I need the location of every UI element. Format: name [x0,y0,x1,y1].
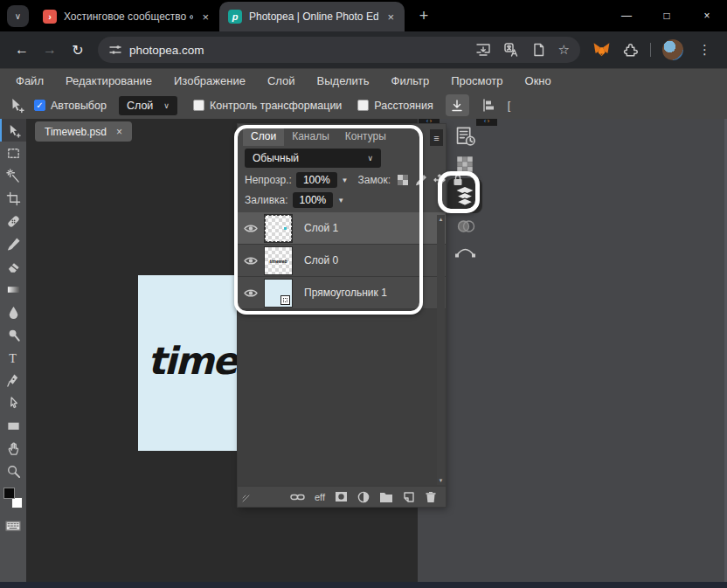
download-button[interactable] [446,94,469,116]
delete-layer-trash-icon[interactable] [425,491,437,503]
tab-search-button[interactable]: ∨ [7,5,29,27]
menu-layer[interactable]: Слой [267,74,295,87]
lock-all-icon[interactable] [452,174,464,186]
tool-pen[interactable] [0,369,26,391]
tab-channels[interactable]: Каналы [284,127,337,146]
paths-panel-button[interactable] [454,243,476,264]
tool-brush[interactable] [0,232,26,255]
menu-edit[interactable]: Редактирование [66,74,152,87]
keyboard-shortcuts-button[interactable] [5,519,21,535]
tab-paths[interactable]: Контуры [337,127,394,146]
fill-value[interactable]: 100% [293,192,334,208]
tool-magic-wand[interactable] [0,164,26,187]
layer-name[interactable]: Прямоугольник 1 [304,287,387,299]
layer-row-sloy1[interactable]: Слой 1 [238,212,446,245]
menu-filter[interactable]: Фильтр [391,74,430,87]
scroll-down-icon[interactable]: ▼ [439,478,444,483]
adjustment-layer-icon[interactable] [357,491,370,503]
menu-file[interactable]: Файл [16,74,44,87]
layer-name[interactable]: Слой 1 [304,222,338,234]
color-panel-button[interactable] [456,218,476,239]
layer-name[interactable]: Слой 0 [304,254,338,266]
tool-crop[interactable] [0,187,26,210]
menu-view[interactable]: Просмотр [451,74,502,87]
layer-mask-icon[interactable] [335,491,348,502]
opacity-value[interactable]: 100% [296,172,337,188]
back-button[interactable]: ← [9,37,35,63]
tool-direct-select[interactable] [0,391,26,414]
transform-control-label[interactable]: Контроль трансформации [210,100,342,112]
tool-dodge[interactable] [0,323,26,346]
tool-marquee-select[interactable] [0,142,26,164]
tool-move[interactable] [0,119,26,142]
tool-shape-rect[interactable] [0,414,26,437]
visibility-toggle[interactable] [238,255,264,266]
tool-eraser[interactable] [0,255,26,278]
lock-position-icon[interactable] [433,174,446,186]
layer-effects-button[interactable]: eff [315,492,325,502]
distances-checkbox[interactable] [357,100,369,111]
layer-row-rectangle1[interactable]: Прямоугольник 1 [238,277,446,309]
autoselect-checkbox[interactable]: ✓ [34,100,45,111]
transform-control-checkbox[interactable] [193,100,204,111]
history-panel-button[interactable] [454,126,477,152]
tab-photopea[interactable]: p Photopea | Online Photo Editor × [219,2,405,31]
forward-button[interactable]: → [37,37,63,63]
menu-select[interactable]: Выделить [317,74,370,87]
translate-icon[interactable] [504,43,519,57]
visibility-toggle[interactable] [238,223,264,234]
profile-avatar[interactable] [662,39,683,60]
visibility-toggle[interactable] [238,287,264,299]
link-layers-icon[interactable] [290,492,305,502]
window-close-button[interactable]: × [687,0,727,31]
layer-row-sloy0[interactable]: timeweb Слой 0 [238,245,446,277]
scroll-up-icon[interactable]: ▲ [439,217,444,222]
menu-window[interactable]: Окно [525,74,551,87]
autoselect-label[interactable]: Автовыбор [51,100,107,112]
blend-mode-select[interactable]: Обычный ∨ [245,149,381,168]
resize-grip-icon[interactable] [242,495,251,503]
layer-thumbnail[interactable] [264,279,293,308]
metamask-extension-icon[interactable] [592,41,611,59]
layer-list-scrollbar[interactable]: ▲ ▼ [437,215,445,485]
lock-pixels-icon[interactable] [415,174,427,186]
new-layer-icon[interactable] [403,491,415,503]
layer-thumbnail[interactable]: timeweb [264,246,293,275]
layer-thumbnail[interactable] [264,214,293,243]
tool-type[interactable]: T [0,346,26,369]
foreground-color[interactable] [3,488,15,499]
tab-layers[interactable]: Слои [243,127,284,146]
caret-down-icon[interactable]: ▼ [337,197,344,204]
reload-button[interactable]: ↻ [65,37,91,63]
align-left-icon[interactable] [481,98,497,113]
tab-timeweb[interactable]: › Хостинговое сообщество «Tim × [34,2,219,31]
panel-menu-icon[interactable]: ≡ [430,129,443,146]
reading-mode-icon[interactable] [532,43,545,57]
tool-blur[interactable] [0,301,26,323]
color-swatches[interactable] [3,488,23,508]
menu-image[interactable]: Изображение [174,74,246,87]
new-tab-button[interactable]: + [412,3,436,28]
site-settings-icon[interactable] [108,43,122,57]
extensions-puzzle-icon[interactable] [622,42,639,59]
document-tab[interactable]: Timeweb.psd × [35,121,132,142]
target-select[interactable]: Слой ∨ [119,96,177,115]
tool-zoom[interactable] [0,460,26,482]
minimize-button[interactable]: — [606,0,647,31]
maximize-button[interactable]: □ [647,0,687,31]
bookmark-star-icon[interactable]: ☆ [558,42,570,58]
address-bar[interactable]: photopea.com ☆ [98,37,580,63]
tab-close-icon[interactable]: × [385,10,396,24]
lock-transparency-icon[interactable] [397,174,409,186]
browser-menu-icon[interactable]: ⋮ [695,42,715,58]
new-group-folder-icon[interactable] [379,491,393,502]
caret-down-icon[interactable]: ▼ [342,176,349,184]
tool-healing[interactable] [0,210,26,232]
tool-gradient[interactable] [0,278,26,301]
canvas-image[interactable]: timew [138,275,239,451]
distances-label[interactable]: Расстояния [374,100,433,112]
document-close-icon[interactable]: × [116,126,122,138]
tab-close-icon[interactable]: × [200,10,211,24]
install-app-icon[interactable] [475,43,491,57]
url-text[interactable]: photopea.com [129,44,468,57]
